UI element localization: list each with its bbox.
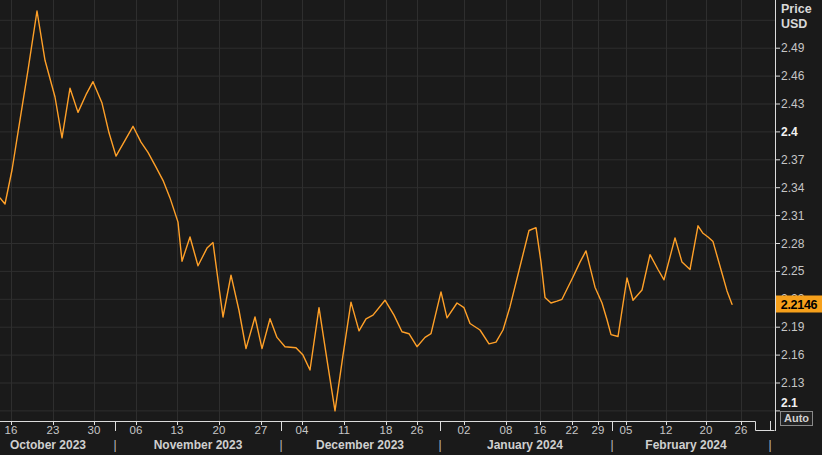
price-axis-title: Price USD [781, 2, 812, 32]
price-axis-title-line1: Price [781, 2, 812, 17]
date-tick-label: 30 [88, 424, 101, 436]
price-tick-label: 2.43 [781, 97, 804, 111]
month-label: November 2023 [154, 438, 243, 452]
price-axis-title-line2: USD [781, 17, 812, 32]
price-tick-label: 2.16 [781, 348, 804, 362]
date-tick-label: 20 [213, 424, 226, 436]
price-tick-label: 2.19 [781, 320, 804, 334]
date-tick-label: 11 [338, 424, 350, 436]
date-tick-label: 22 [566, 424, 579, 436]
month-separator: | [279, 438, 282, 452]
price-tick-label: 2.25 [781, 264, 804, 278]
date-tick-label: 08 [500, 424, 513, 436]
price-tick-label: 2.4 [781, 125, 798, 139]
date-tick-label: 18 [380, 424, 393, 436]
axis-auto-button[interactable]: Auto [780, 411, 813, 426]
date-tick-label: 04 [296, 424, 309, 436]
month-label: February 2024 [645, 438, 726, 452]
date-tick-label: 26 [735, 424, 748, 436]
price-tick-label: 2.31 [781, 209, 804, 223]
price-tick-label: 2.37 [781, 153, 804, 167]
date-tick-label: 05 [620, 424, 633, 436]
chart-panel: Price USD 2.492.462.432.42.372.342.312.2… [0, 0, 822, 455]
price-line-chart[interactable] [0, 0, 822, 455]
month-separator: | [113, 438, 116, 452]
price-line-series [0, 11, 732, 411]
date-tick-label: 27 [255, 424, 268, 436]
month-separator: | [610, 438, 613, 452]
month-separator: | [768, 438, 771, 452]
date-tick-label: 12 [660, 424, 673, 436]
month-label: October 2023 [10, 438, 86, 452]
price-tick-label: 2.1 [781, 396, 798, 410]
date-tick-label: 20 [700, 424, 713, 436]
date-tick-label: 16 [5, 424, 18, 436]
price-tick-label: 2.28 [781, 237, 804, 251]
price-tick-label: 2.46 [781, 69, 804, 83]
price-tick-label: 2.34 [781, 181, 804, 195]
date-tick-label: 29 [592, 424, 605, 436]
date-tick-label: 26 [411, 424, 424, 436]
date-tick-label: 06 [130, 424, 143, 436]
date-tick-label: 13 [171, 424, 184, 436]
date-tick-label: 16 [534, 424, 547, 436]
month-label: January 2024 [487, 438, 563, 452]
month-separator: | [438, 438, 441, 452]
date-tick-label: 23 [47, 424, 60, 436]
price-tick-label: 2.13 [781, 376, 804, 390]
price-tick-label: 2.49 [781, 41, 804, 55]
last-price-tag: 2.2146 [776, 296, 822, 313]
month-label: December 2023 [316, 438, 404, 452]
date-tick-label: 02 [458, 424, 471, 436]
